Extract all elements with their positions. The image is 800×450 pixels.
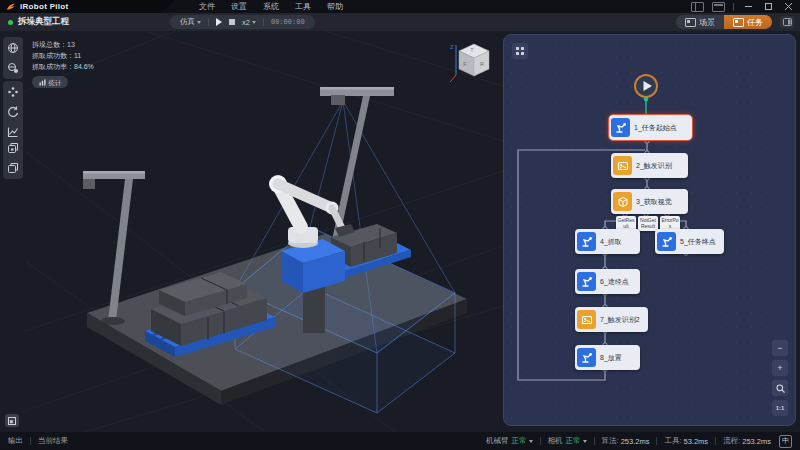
view-tool-group: [3, 37, 23, 79]
fit-view-button[interactable]: [5, 414, 19, 427]
controller-icon[interactable]: [5, 84, 21, 100]
caret-down-icon[interactable]: [529, 440, 533, 443]
statistics-button-label: 统计: [49, 77, 62, 88]
flow-node-place[interactable]: 8_放置: [575, 345, 640, 370]
task-flowchart-panel: 1_任务起始点 2_触发识别 3_获取视觉 GetResult NotGetRe…: [503, 34, 796, 426]
divider: [656, 437, 657, 445]
divider: [715, 437, 716, 445]
axis-z-label: Z: [450, 44, 454, 50]
flow-node-get-vision[interactable]: 3_获取视觉: [611, 189, 688, 214]
menu-settings[interactable]: 设置: [231, 1, 247, 12]
minimize-button[interactable]: [742, 2, 754, 12]
locked-layers-icon[interactable]: [5, 140, 21, 156]
node-label: 6_途经点: [600, 277, 629, 287]
menu-tools[interactable]: 工具: [295, 1, 311, 12]
sim-mode-dropdown[interactable]: 仿真: [180, 17, 201, 27]
node-label: 5_任务终点: [680, 237, 716, 247]
flow-node-task-end[interactable]: 5_任务终点: [655, 229, 724, 254]
caret-down-icon: [252, 21, 256, 24]
gripper-icon: [577, 232, 596, 251]
divider: [208, 18, 209, 26]
metric-process-value: 253.2ms: [742, 437, 771, 446]
divider: [263, 18, 264, 26]
divider: [733, 3, 734, 11]
node-label: 2_触发识别: [636, 161, 672, 171]
menu-bar: 文件 设置 系统 工具 帮助: [199, 1, 343, 12]
layout-panels-icon[interactable]: [712, 2, 725, 12]
status-bar: 输出 当前结果 机械臂 正常 相机 正常 算法: 253.2ms 工具: 53.…: [0, 432, 800, 450]
layers-tool-group: [3, 137, 23, 179]
task-tab[interactable]: 任务: [724, 15, 772, 29]
cube-right-label: R: [480, 61, 484, 67]
caret-down-icon[interactable]: [583, 440, 587, 443]
sim-mode-label: 仿真: [180, 17, 195, 27]
scene-icon: [685, 18, 696, 27]
zoom-fit-button[interactable]: 1:1: [772, 400, 788, 416]
project-status-dot: [8, 20, 13, 25]
waypoint-icon: [577, 272, 596, 291]
statistics-button[interactable]: 统计: [32, 76, 68, 88]
flow-node-waypoint[interactable]: 6_途经点: [575, 269, 640, 294]
layers-copy-icon[interactable]: [5, 160, 21, 176]
stat-success-count: 抓取成功数：11: [32, 50, 94, 61]
camera: [331, 95, 345, 105]
camera-status-label: 相机: [548, 436, 563, 446]
main-area: 拆垛总数：13 抓取成功数：11 抓取成功率：84.6% 统计 Z T F R: [0, 31, 800, 432]
tab-current-results[interactable]: 当前结果: [38, 436, 68, 446]
node-label: 8_放置: [600, 353, 622, 363]
zoom-out-button[interactable]: −: [772, 340, 788, 356]
flowchart-zoom-controls: − + 1:1: [772, 340, 788, 416]
robot-status-value: 正常: [512, 436, 527, 446]
tab-output[interactable]: 输出: [8, 436, 23, 446]
node-label: 1_任务起始点: [634, 123, 677, 133]
flow-node-pick[interactable]: 4_抓取: [575, 229, 640, 254]
metric-tool-label: 工具:: [664, 436, 681, 446]
layout-split-icon[interactable]: [691, 2, 704, 12]
world-settings-icon[interactable]: [5, 60, 21, 76]
task-icon: [733, 18, 744, 27]
vision-trigger-icon: [577, 310, 596, 329]
speed-label: x2: [242, 18, 250, 27]
robot-arm-icon: [611, 118, 630, 137]
magnifier-button[interactable]: [772, 380, 788, 396]
port-not-get-result[interactable]: NotGetResult: [638, 216, 658, 231]
play-button[interactable]: [216, 18, 222, 26]
language-badge[interactable]: 中: [779, 435, 792, 448]
rotate-tool-icon[interactable]: [5, 104, 21, 120]
view-switcher: 场景 任务: [676, 15, 772, 29]
metric-algorithm-label: 算法:: [602, 436, 619, 446]
node-label: 3_获取视觉: [636, 197, 672, 207]
panel-toggle-button[interactable]: [780, 16, 794, 28]
caret-down-icon: [197, 21, 201, 24]
flow-node-trigger-recognition-2[interactable]: 7_触发识别2: [575, 307, 648, 332]
divider: [540, 437, 541, 445]
menu-file[interactable]: 文件: [199, 1, 215, 12]
robot-status-label: 机械臂: [486, 436, 509, 446]
speed-dropdown[interactable]: x2: [242, 18, 256, 27]
scene-tab[interactable]: 场景: [676, 15, 724, 29]
close-button[interactable]: [782, 2, 794, 12]
node-label: 7_触发识别2: [600, 315, 640, 325]
project-name: 拆垛典型工程: [18, 16, 69, 28]
stats-overlay: 拆垛总数：13 抓取成功数：11 抓取成功率：84.6% 统计: [32, 39, 94, 88]
vision-trigger-icon: [613, 156, 632, 175]
menu-system[interactable]: 系统: [263, 1, 279, 12]
3d-scene[interactable]: [25, 31, 503, 432]
flow-node-task-start[interactable]: 1_任务起始点: [609, 115, 692, 140]
view-cube[interactable]: Z T F R: [448, 39, 496, 89]
maximize-button[interactable]: [762, 2, 774, 12]
simulation-timer: 00:00:00: [271, 18, 305, 26]
task-tab-label: 任务: [747, 17, 763, 28]
place-icon: [577, 348, 596, 367]
flow-node-trigger-recognition[interactable]: 2_触发识别: [611, 153, 688, 178]
divider: [594, 437, 595, 445]
stop-button[interactable]: [229, 19, 235, 25]
divider: [30, 437, 31, 445]
robot-arm-icon: [657, 232, 676, 251]
title-bar: iRobot Pilot 文件 设置 系统 工具 帮助: [0, 0, 800, 13]
simulation-controls: 仿真 x2 00:00:00: [170, 15, 315, 29]
world-view-icon[interactable]: [5, 40, 21, 56]
zoom-in-button[interactable]: +: [772, 360, 788, 376]
menu-help[interactable]: 帮助: [327, 1, 343, 12]
toolbar: 拆垛典型工程 仿真 x2 00:00:00 场景 任务: [0, 13, 800, 31]
